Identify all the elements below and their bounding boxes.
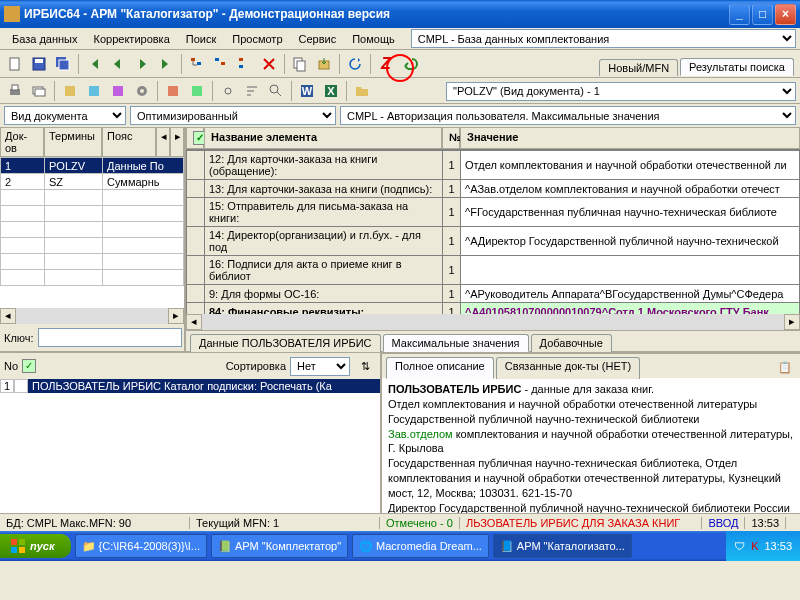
key-input[interactable] [38, 328, 182, 347]
col-scroll-left[interactable]: ◂ [156, 127, 170, 157]
prev-icon[interactable] [107, 53, 129, 75]
first-icon[interactable] [83, 53, 105, 75]
tab-results[interactable]: Результаты поиска [680, 58, 794, 76]
svg-rect-20 [113, 86, 123, 96]
svg-rect-5 [191, 58, 195, 61]
svg-rect-32 [11, 547, 17, 553]
menu-database[interactable]: База данных [4, 31, 86, 47]
next-icon[interactable] [131, 53, 153, 75]
grid-row[interactable]: 84: Финансовые реквизиты:1^А401058107000… [187, 303, 800, 315]
menu-edit[interactable]: Корректировка [86, 31, 178, 47]
svg-rect-8 [221, 62, 225, 65]
tab-max-values[interactable]: Максимальные значения [383, 334, 529, 352]
view-type-select[interactable]: Вид документа [4, 106, 126, 125]
svg-rect-17 [35, 89, 45, 96]
book2-icon[interactable] [83, 80, 105, 102]
minimize-button[interactable]: _ [729, 4, 750, 25]
svg-rect-30 [11, 539, 17, 545]
menu-search[interactable]: Поиск [178, 31, 224, 47]
tray-icon[interactable]: K [751, 540, 758, 552]
grid-row[interactable]: 13: Для карточки-заказа на книги (подпис… [187, 180, 800, 198]
terms-grid[interactable]: 1POLZVДанные По 2SZСуммарнь [0, 157, 184, 308]
refresh-icon[interactable] [344, 53, 366, 75]
export1-icon[interactable] [162, 80, 184, 102]
close-button[interactable]: × [775, 4, 796, 25]
tree3-icon[interactable] [234, 53, 256, 75]
tab-related[interactable]: Связанные док-ты (НЕТ) [496, 357, 640, 379]
doc-select[interactable]: "POLZV" (Вид документа) - 1 [446, 82, 796, 101]
check-icon[interactable]: ✓ [22, 359, 36, 373]
print-icon[interactable] [4, 80, 26, 102]
col-scroll-right[interactable]: ▸ [170, 127, 184, 157]
elements-grid[interactable]: 12: Для карточки-заказа на книги (обраще… [186, 150, 800, 314]
sort-icon[interactable] [241, 80, 263, 102]
optimize-select[interactable]: Оптимизированный [130, 106, 336, 125]
tab-user-data[interactable]: Данные ПОЛЬЗОВАТЕЛЯ ИРБИС [190, 334, 381, 352]
titlebar: ИРБИС64 - АРМ "Каталогизатор" - Демонстр… [0, 0, 800, 28]
tree2-icon[interactable] [210, 53, 232, 75]
col-value[interactable]: Значение [460, 127, 800, 149]
menu-help[interactable]: Помощь [344, 31, 403, 47]
svg-rect-24 [192, 86, 202, 96]
back-arrow-icon[interactable] [399, 53, 421, 75]
maximize-button[interactable]: □ [752, 4, 773, 25]
task-item[interactable]: 📘АРМ "Каталогизато... [493, 534, 632, 558]
grid-row[interactable]: 16: Подписи для акта о приеме книг в биб… [187, 256, 800, 285]
svg-rect-12 [297, 61, 305, 71]
scroll-right-button[interactable]: ▸ [168, 308, 184, 324]
task-item[interactable]: 📗АРМ "Комплектатор" [211, 534, 348, 558]
task-item[interactable]: 📁{C:\IR64-2008(3)}\I... [75, 534, 208, 558]
key-label: Ключ: [4, 332, 34, 344]
task-item[interactable]: 🌐Macromedia Dream... [352, 534, 489, 558]
last-icon[interactable] [155, 53, 177, 75]
import-icon[interactable] [313, 53, 335, 75]
tree1-icon[interactable] [186, 53, 208, 75]
grid-row[interactable]: 15: Отправитель для письма-заказа на кни… [187, 198, 800, 227]
database-select[interactable]: CMPL - База данных комплектования [411, 29, 796, 48]
grid-row[interactable]: 12: Для карточки-заказа на книги (обраще… [187, 151, 800, 180]
col-check[interactable]: ✓ [186, 127, 204, 149]
tab-full-desc[interactable]: Полное описание [386, 357, 494, 379]
book3-icon[interactable] [107, 80, 129, 102]
scroll-left-button[interactable]: ◂ [0, 308, 16, 324]
book1-icon[interactable] [59, 80, 81, 102]
col-terms[interactable]: Термины [44, 127, 102, 157]
word-icon[interactable]: W [296, 80, 318, 102]
system-tray[interactable]: 🛡 K 13:53 [726, 531, 800, 561]
svg-rect-2 [35, 59, 43, 63]
sort-button[interactable]: ⇅ [354, 355, 376, 377]
menu-service[interactable]: Сервис [291, 31, 345, 47]
excel-icon[interactable]: X [320, 80, 342, 102]
results-list[interactable]: 1ПОЛЬЗОВАТЕЛЬ ИРБИС Каталог подписки: Ро… [0, 379, 380, 513]
sort-select[interactable]: Нет [290, 357, 350, 376]
svg-rect-15 [12, 85, 18, 90]
folder-icon[interactable] [351, 80, 373, 102]
col-element-name[interactable]: Название элемента [204, 127, 442, 149]
col-no[interactable]: № [442, 127, 460, 149]
auth-select[interactable]: CMPL - Авторизация пользователя. Максима… [340, 106, 796, 125]
link-icon[interactable] [217, 80, 239, 102]
gear-icon[interactable] [131, 80, 153, 102]
saveall-icon[interactable] [52, 53, 74, 75]
start-button[interactable]: пуск [0, 534, 71, 558]
new-icon[interactable] [4, 53, 26, 75]
svg-rect-33 [19, 547, 25, 553]
grid-row[interactable]: 14: Директор(организации) и гл.бух. - дл… [187, 227, 800, 256]
delete-icon[interactable] [258, 53, 280, 75]
col-docs[interactable]: Док-ов [0, 127, 44, 157]
save-icon[interactable] [28, 53, 50, 75]
col-expl[interactable]: Пояс [102, 127, 156, 157]
svg-rect-23 [168, 86, 178, 96]
cards-icon[interactable] [28, 80, 50, 102]
desc-tool-icon[interactable]: 📋 [774, 356, 796, 378]
tab-new-mfn[interactable]: Новый/MFN [599, 59, 678, 76]
tab-extra[interactable]: Добавочные [531, 334, 612, 352]
export2-icon[interactable] [186, 80, 208, 102]
find-icon[interactable] [265, 80, 287, 102]
menu-view[interactable]: Просмотр [224, 31, 290, 47]
z-icon[interactable]: Z [375, 53, 397, 75]
copy-icon[interactable] [289, 53, 311, 75]
description-text: ПОЛЬЗОВАТЕЛЬ ИРБИС - данные для заказа к… [382, 378, 800, 513]
grid-row[interactable]: 9: Для формы ОС-16:1^АРуководитель Аппар… [187, 285, 800, 303]
tray-icon[interactable]: 🛡 [734, 540, 745, 552]
